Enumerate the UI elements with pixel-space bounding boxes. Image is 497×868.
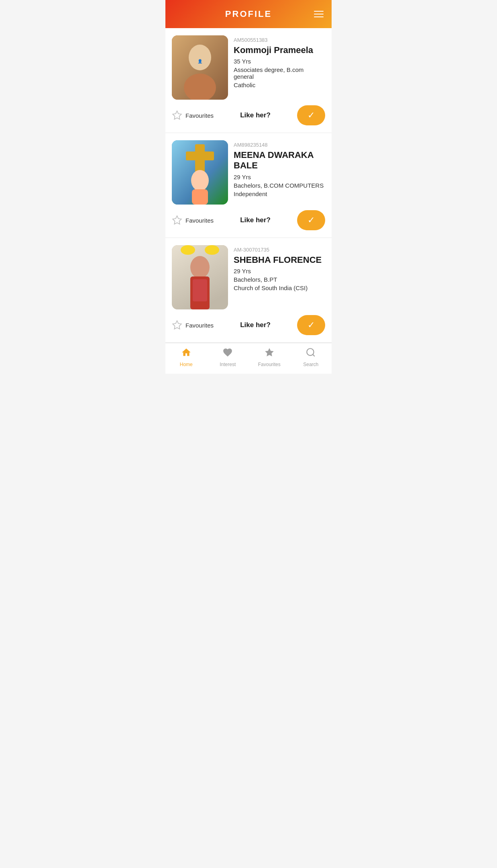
nav-label-home: Home	[180, 362, 193, 367]
svg-rect-19	[193, 279, 207, 301]
card-top: AM898235148 MEENA DWARAKA BALE 29 Yrs Ba…	[172, 140, 325, 205]
svg-marker-21	[265, 348, 274, 356]
app-header: PROFILE	[165, 0, 332, 28]
profile-name: MEENA DWARAKA BALE	[234, 150, 325, 171]
profile-card: 👤 AM500551383 Kommoji Prameela 35 Yrs As…	[165, 28, 332, 133]
profiles-list: 👤 AM500551383 Kommoji Prameela 35 Yrs As…	[165, 28, 332, 343]
profile-info: AM500551383 Kommoji Prameela 35 Yrs Asso…	[234, 35, 325, 100]
like-button[interactable]: ✓	[297, 315, 325, 335]
profile-image	[172, 245, 228, 309]
profile-name: Kommoji Prameela	[234, 45, 325, 55]
svg-line-23	[313, 354, 315, 356]
checkmark-icon: ✓	[308, 215, 315, 225]
favourites-button[interactable]: Favourites	[172, 215, 214, 225]
profile-age: 29 Yrs	[234, 268, 325, 274]
profile-card: AM898235148 MEENA DWARAKA BALE 29 Yrs Ba…	[165, 133, 332, 238]
profile-age: 29 Yrs	[234, 174, 325, 180]
svg-marker-12	[173, 216, 181, 224]
svg-rect-11	[192, 189, 208, 205]
favourites-label: Favourites	[185, 322, 214, 329]
svg-point-22	[307, 348, 314, 355]
card-actions: Favourites Like her? ✓	[172, 315, 325, 335]
nav-item-home[interactable]: Home	[165, 347, 207, 367]
profile-education: Associates degree, B.com general	[234, 66, 325, 80]
favourites-button[interactable]: Favourites	[172, 110, 214, 121]
like-label: Like her?	[240, 216, 271, 224]
nav-label-search: Search	[303, 362, 318, 367]
profile-religion: Catholic	[234, 82, 325, 88]
profile-info: AM-300701735 SHEBHA FLORENCE 29 Yrs Bach…	[234, 245, 325, 309]
nav-item-interest[interactable]: Interest	[207, 347, 249, 367]
nav-item-search[interactable]: Search	[290, 347, 332, 367]
svg-text:👤: 👤	[198, 59, 203, 64]
profile-religion: Church of South India (CSI)	[234, 285, 325, 291]
svg-point-17	[190, 256, 210, 278]
profile-image	[172, 140, 228, 205]
nav-label-favourites: Favourites	[258, 362, 281, 367]
svg-point-2	[189, 45, 211, 70]
profile-photo[interactable]: 👤	[172, 35, 228, 100]
profile-education: Bachelors, B.PT	[234, 276, 325, 283]
profile-card: AM-300701735 SHEBHA FLORENCE 29 Yrs Bach…	[165, 238, 332, 343]
profile-info: AM898235148 MEENA DWARAKA BALE 29 Yrs Ba…	[234, 140, 325, 205]
checkmark-icon: ✓	[308, 320, 315, 330]
profile-id: AM898235148	[234, 142, 325, 148]
card-actions: Favourites Like her? ✓	[172, 210, 325, 230]
card-top: 👤 AM500551383 Kommoji Prameela 35 Yrs As…	[172, 35, 325, 100]
profile-image: 👤	[172, 35, 228, 100]
like-label: Like her?	[240, 321, 271, 329]
favourites-label: Favourites	[185, 217, 214, 224]
profile-age: 35 Yrs	[234, 58, 325, 65]
home-icon	[181, 347, 191, 360]
svg-rect-9	[186, 151, 214, 160]
profile-photo[interactable]	[172, 140, 228, 205]
like-button[interactable]: ✓	[297, 210, 325, 230]
svg-point-16	[205, 245, 219, 255]
checkmark-icon: ✓	[308, 110, 315, 121]
svg-point-10	[191, 170, 209, 191]
profile-id: AM-300701735	[234, 247, 325, 253]
favourites-button[interactable]: Favourites	[172, 320, 214, 330]
star-icon	[172, 320, 182, 330]
menu-button[interactable]	[314, 11, 324, 17]
bottom-navigation: Home Interest Favourites Search	[165, 343, 332, 374]
profile-religion: Independent	[234, 190, 325, 197]
nav-item-favourites[interactable]: Favourites	[248, 347, 290, 367]
card-top: AM-300701735 SHEBHA FLORENCE 29 Yrs Bach…	[172, 245, 325, 309]
nav-label-interest: Interest	[220, 362, 236, 367]
like-label: Like her?	[240, 111, 271, 119]
profile-education: Bachelors, B.COM COMPUTERS	[234, 182, 325, 189]
svg-marker-20	[173, 321, 181, 329]
favourites-label: Favourites	[185, 112, 214, 119]
star-icon	[172, 110, 182, 121]
star-icon	[172, 215, 182, 225]
card-actions: Favourites Like her? ✓	[172, 105, 325, 125]
header-title: PROFILE	[225, 9, 272, 19]
search-icon	[306, 347, 316, 360]
svg-point-15	[181, 245, 195, 255]
heart-icon	[222, 347, 233, 360]
svg-marker-5	[173, 111, 181, 119]
like-button[interactable]: ✓	[297, 105, 325, 125]
star-nav-icon	[264, 347, 275, 360]
profile-photo[interactable]	[172, 245, 228, 309]
profile-name: SHEBHA FLORENCE	[234, 255, 325, 265]
profile-id: AM500551383	[234, 37, 325, 43]
